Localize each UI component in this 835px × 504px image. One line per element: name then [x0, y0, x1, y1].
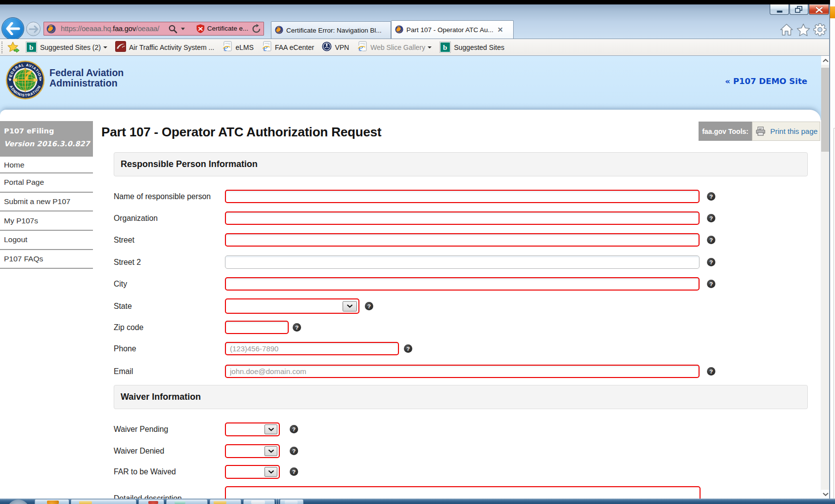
- favorite-elms[interactable]: e eLMS: [218, 39, 258, 55]
- background-window-orange-button: [830, 6, 835, 18]
- favorite-suggested-sites[interactable]: b Suggested Sites: [436, 39, 508, 55]
- detailed-description-textarea[interactable]: [225, 486, 701, 499]
- window-maximize-button[interactable]: [790, 4, 808, 15]
- window-close-button[interactable]: [809, 4, 829, 15]
- search-icon[interactable]: [168, 24, 178, 36]
- favorites-star-icon[interactable]: [796, 23, 810, 38]
- help-icon[interactable]: [404, 344, 412, 353]
- sidebar-item-my-p107s[interactable]: My P107s: [0, 211, 93, 231]
- state-select[interactable]: [225, 298, 359, 314]
- section-title: Responsible Person Information: [121, 159, 258, 169]
- url-text[interactable]: https://oeaaa.hq.faa.gov/oeaaa/: [61, 22, 159, 35]
- star-add-icon: [7, 42, 20, 53]
- page-title: Part 107 - Operator ATC Authorization Re…: [101, 125, 381, 140]
- taskbar-button[interactable]: [166, 499, 208, 504]
- sidebar-item-logout[interactable]: Logout: [0, 231, 93, 250]
- sidebar-item-portal-page[interactable]: Portal Page: [0, 173, 93, 193]
- favorite-air-traffic-activity-system[interactable]: Air Traffic Activity System ...: [111, 39, 218, 55]
- restore-icon: [790, 4, 808, 15]
- page-scrollbar[interactable]: [821, 56, 830, 499]
- city-input[interactable]: [225, 277, 700, 291]
- settings-gear-icon[interactable]: [813, 23, 827, 38]
- favorite-suggested-sites-2[interactable]: b Suggested Sites (2): [22, 39, 111, 55]
- certificate-error-shield-icon: [196, 24, 205, 35]
- ie-icon: e: [222, 41, 232, 53]
- help-icon[interactable]: [707, 236, 715, 244]
- scrollbar-thumb[interactable]: [821, 68, 830, 152]
- forward-button[interactable]: [26, 22, 41, 36]
- tab-title: Part 107 - Operator ATC Au...: [406, 26, 493, 34]
- atas-icon: [115, 41, 126, 53]
- field-label: State: [114, 298, 132, 314]
- favorite-web-slice-gallery[interactable]: e Web Slice Gallery: [353, 39, 436, 55]
- printer-icon: [755, 126, 767, 136]
- help-icon[interactable]: [707, 192, 715, 201]
- home-icon[interactable]: [780, 23, 793, 38]
- taskbar-app-icon: [175, 501, 185, 504]
- window-minimize-button[interactable]: [770, 4, 789, 15]
- ie-browser-window: https://oeaaa.hq.faa.gov/oeaaa/ Certific…: [0, 4, 830, 499]
- field-label: Detailed description: [114, 492, 182, 499]
- address-bar[interactable]: https://oeaaa.hq.faa.gov/oeaaa/ Certific…: [44, 22, 264, 36]
- help-icon[interactable]: [707, 214, 715, 222]
- waiver-pending-select[interactable]: [225, 422, 280, 436]
- bing-icon: b: [26, 42, 37, 53]
- section-responsible-person: Responsible Person Information: [114, 152, 808, 176]
- certificate-error-button[interactable]: Certificate e...: [207, 22, 248, 35]
- help-icon[interactable]: [707, 280, 715, 288]
- select-arrow-button[interactable]: [264, 424, 277, 434]
- start-button-orb[interactable]: [7, 500, 30, 504]
- dropdown-icon: [103, 46, 107, 48]
- help-icon[interactable]: [365, 302, 373, 310]
- scrollbar-down-icon[interactable]: [821, 490, 830, 499]
- help-icon[interactable]: [707, 258, 715, 266]
- minimize-icon: [770, 4, 789, 15]
- p107-demo-site-link[interactable]: « P107 DEMO Site: [725, 77, 807, 86]
- favorite-vpn[interactable]: VPN: [318, 39, 353, 55]
- chevron-down-icon: [268, 427, 274, 431]
- select-arrow-button[interactable]: [343, 301, 357, 311]
- dot-icon: [322, 42, 332, 53]
- field-label: Phone: [114, 342, 136, 355]
- zip-code-input[interactable]: [225, 321, 289, 334]
- print-this-page-button[interactable]: Print this page: [752, 122, 820, 141]
- windows-taskbar[interactable]: [0, 499, 835, 504]
- help-icon[interactable]: [707, 367, 715, 376]
- select-arrow-button[interactable]: [264, 467, 277, 477]
- phone-input[interactable]: [225, 342, 399, 355]
- site-favicon: [46, 24, 56, 36]
- sidebar-item-p107-faqs[interactable]: P107 FAQs: [0, 250, 93, 269]
- tab-close-icon[interactable]: ✕: [497, 26, 503, 34]
- sidebar-item-home[interactable]: Home: [0, 158, 93, 173]
- tab-part-107[interactable]: Part 107 - Operator ATC Au... ✕: [391, 20, 514, 39]
- select-arrow-button[interactable]: [264, 446, 277, 456]
- browser-chrome: https://oeaaa.hq.faa.gov/oeaaa/ Certific…: [0, 4, 830, 39]
- scrollbar-up-icon[interactable]: [821, 56, 830, 65]
- close-icon: [809, 4, 829, 15]
- sidebar-item-submit-new-p107[interactable]: Submit a new P107: [0, 193, 93, 212]
- tab-certificate-error[interactable]: Certificate Error: Navigation Bl...: [271, 21, 391, 39]
- email-input[interactable]: [225, 365, 700, 378]
- back-button[interactable]: [1, 17, 24, 40]
- help-icon[interactable]: [293, 323, 301, 332]
- help-icon[interactable]: [290, 425, 298, 433]
- help-icon[interactable]: [290, 447, 298, 455]
- address-dropdown-icon[interactable]: [181, 28, 185, 30]
- field-label: Waiver Denied: [114, 444, 164, 458]
- background-window-sliver: [830, 0, 835, 504]
- svg-text:b: b: [443, 43, 447, 51]
- help-icon[interactable]: [290, 467, 298, 476]
- favorite-faa-ecenter[interactable]: e FAA eCenter: [258, 39, 318, 55]
- street-input[interactable]: [225, 233, 700, 247]
- street2-input[interactable]: [225, 255, 700, 269]
- refresh-icon[interactable]: [251, 24, 262, 36]
- far-to-be-waived-select[interactable]: [225, 465, 280, 479]
- taskbar-app-icon: [148, 501, 158, 504]
- taskbar-app-icon: [251, 501, 265, 504]
- back-arrow-icon: [5, 22, 20, 35]
- organization-input[interactable]: [225, 211, 700, 225]
- name-of-responsible-person-input[interactable]: [225, 190, 700, 203]
- bing-icon: b: [439, 42, 451, 53]
- add-favorite-button[interactable]: [4, 39, 22, 55]
- waiver-denied-select[interactable]: [225, 444, 280, 458]
